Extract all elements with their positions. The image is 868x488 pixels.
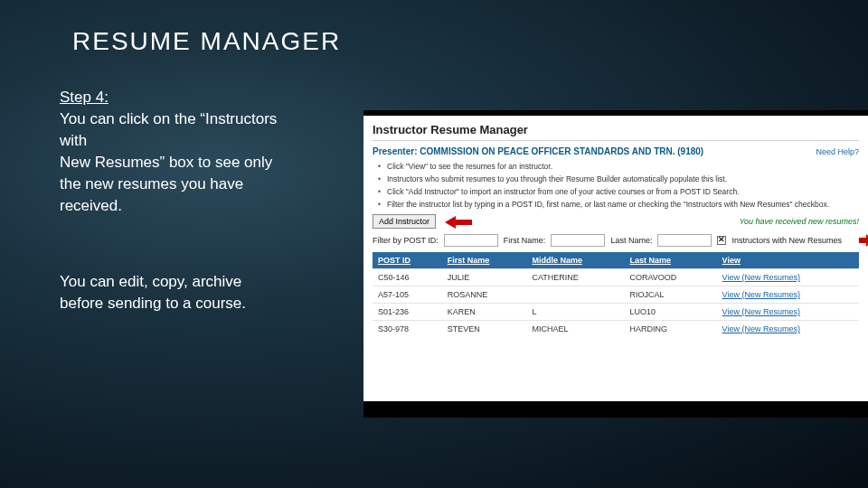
cell-postid: C50-146 — [373, 269, 442, 286]
step-label: Step 4: — [60, 87, 286, 108]
slide-title: RESUME MANAGER — [72, 27, 341, 56]
filter-row: Filter by POST ID: First Name: Last Name… — [373, 234, 859, 247]
app-screenshot: Instructor Resume Manager Presenter: COM… — [363, 116, 868, 405]
cell-lastname: CORAVOOD — [624, 269, 716, 286]
table-row: A57-105 ROSANNE RIOJCAL View (New Resume… — [373, 286, 859, 304]
new-resumes-checkbox-label: Instructors with New Resumes — [731, 236, 842, 245]
add-instructor-button[interactable]: Add Instructor — [373, 214, 436, 229]
cell-lastname: HARDING — [624, 321, 716, 338]
cell-firstname: KAREN — [442, 304, 527, 321]
col-view: View — [717, 252, 859, 269]
cell-middlename: L — [526, 304, 624, 321]
view-link[interactable]: View (New Resumes) — [722, 290, 800, 299]
col-middlename[interactable]: Middle Name — [526, 252, 624, 269]
presenter-label: Presenter: COMMISSION ON PEACE OFFICER S… — [373, 146, 703, 156]
step-text-1b: New Resumes” box to see only the new res… — [60, 152, 286, 217]
bullet-1: Click "View" to see the resumes for an i… — [382, 162, 859, 171]
bullet-2: Instructors who submit resumes to you th… — [382, 174, 859, 183]
cell-lastname: LUO10 — [624, 304, 716, 321]
help-link[interactable]: Need Help? — [816, 147, 859, 156]
table-row: C50-146 JULIE CATHERINE CORAVOOD View (N… — [373, 269, 859, 286]
col-postid[interactable]: POST ID — [373, 252, 442, 269]
col-lastname[interactable]: Last Name — [624, 252, 716, 269]
view-link[interactable]: View (New Resumes) — [722, 273, 800, 282]
bullet-4: Filter the instructor list by typing in … — [382, 200, 859, 209]
cell-middlename: MICHAEL — [526, 321, 624, 338]
filter-postid-input[interactable] — [444, 234, 498, 247]
cell-middlename: CATHERINE — [526, 269, 624, 286]
callout-arrow-icon — [859, 234, 868, 247]
view-link[interactable]: View (New Resumes) — [722, 324, 800, 333]
cell-middlename — [526, 286, 624, 304]
left-column: Step 4: You can click on the “Instructor… — [60, 87, 286, 314]
table-header-row: POST ID First Name Middle Name Last Name… — [373, 252, 859, 269]
new-resumes-notice: You have received new resumes! — [739, 217, 859, 226]
cell-postid: S01-236 — [373, 304, 442, 321]
filter-postid-label: Filter by POST ID: — [373, 236, 439, 245]
cell-firstname: ROSANNE — [442, 286, 527, 304]
filter-lastname-input[interactable] — [657, 234, 712, 247]
instruction-bullets: Click "View" to see the resumes for an i… — [382, 162, 859, 209]
screenshot-bottom-border — [363, 401, 868, 418]
instructors-table: POST ID First Name Middle Name Last Name… — [373, 252, 859, 337]
panel-title: Instructor Resume Manager — [373, 123, 859, 136]
step-text-2: You can edit, copy, archive before sendi… — [60, 271, 286, 314]
filter-firstname-label: First Name: — [504, 236, 546, 245]
cell-postid: A57-105 — [373, 286, 442, 304]
cell-postid: S30-978 — [373, 321, 442, 338]
filter-firstname-input[interactable] — [551, 234, 605, 247]
bullet-3: Click "Add Instructor" to import an inst… — [382, 187, 859, 196]
cell-lastname: RIOJCAL — [624, 286, 716, 304]
view-link[interactable]: View (New Resumes) — [722, 307, 800, 316]
cell-firstname: JULIE — [442, 269, 527, 286]
filter-lastname-label: Last Name: — [610, 236, 652, 245]
new-resumes-checkbox[interactable] — [717, 236, 726, 245]
table-row: S30-978 STEVEN MICHAEL HARDING View (New… — [373, 321, 859, 338]
step-text-1a: You can click on the “Instructors with — [60, 108, 286, 152]
cell-firstname: STEVEN — [442, 321, 527, 338]
callout-arrow-icon — [445, 218, 472, 227]
table-row: S01-236 KAREN L LUO10 View (New Resumes) — [373, 304, 859, 321]
divider — [373, 140, 859, 141]
col-firstname[interactable]: First Name — [442, 252, 527, 269]
